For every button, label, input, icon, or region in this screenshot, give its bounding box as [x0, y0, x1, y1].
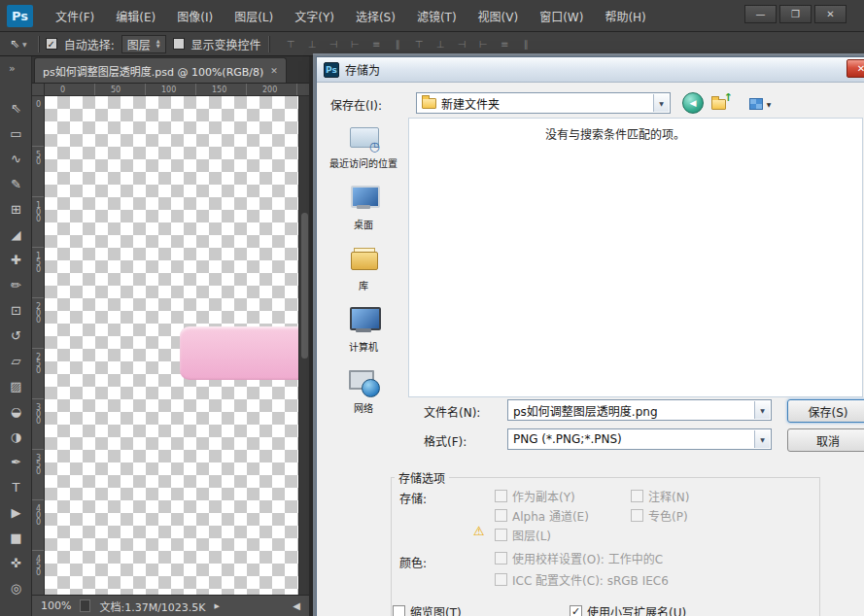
- save-options-legend: 存储选项: [395, 469, 449, 486]
- format-dropdown[interactable]: PNG (*.PNG;*.PNS) ▼: [507, 428, 772, 450]
- dropdown-arrow-icon[interactable]: ▼: [653, 94, 669, 112]
- back-button[interactable]: ◀: [682, 92, 704, 114]
- auto-select-checkbox[interactable]: [46, 38, 57, 50]
- gradient-tool[interactable]: ▨: [4, 373, 29, 398]
- align-button-9[interactable]: ⊣: [453, 35, 471, 52]
- align-button-11[interactable]: ≡: [496, 35, 514, 52]
- alpha-channels-checkbox[interactable]: [495, 509, 507, 522]
- place-network[interactable]: 网络: [325, 366, 402, 415]
- thumbnail-checkbox[interactable]: [393, 605, 405, 616]
- move-tool[interactable]: ⇖: [4, 95, 29, 120]
- dropdown-arrow-icon[interactable]: ▼: [754, 430, 770, 448]
- align-button-2[interactable]: ⊥: [303, 35, 322, 52]
- views-menu-button[interactable]: ▼: [743, 94, 778, 114]
- align-button-6[interactable]: ∥: [389, 35, 407, 52]
- save-options-group: 存储选项 存储: 作为副本(Y) 注释(N) Alpha 通道(E) 专色(P)…: [391, 477, 820, 616]
- menu-help[interactable]: 帮助(H): [594, 0, 656, 31]
- document-tab[interactable]: ps如何调整图层透明度.psd @ 100%(RGB/8) ✕: [34, 57, 287, 83]
- dialog-close-button[interactable]: ✕: [847, 59, 864, 78]
- menu-view[interactable]: 视图(V): [467, 0, 530, 31]
- ruler-label: 50: [34, 151, 43, 164]
- window-controls: — ❐ ✕: [744, 5, 847, 23]
- layers-label: 图层(L): [512, 527, 551, 543]
- close-button[interactable]: ✕: [814, 5, 847, 23]
- type-tool[interactable]: T: [4, 474, 29, 499]
- auto-select-target-dropdown[interactable]: 图层 ▲▼: [121, 35, 166, 53]
- status-options-arrow-icon[interactable]: ▶: [215, 602, 220, 610]
- ruler-label: 400: [34, 504, 43, 525]
- place-desktop[interactable]: 桌面: [325, 183, 402, 231]
- save-button[interactable]: 保存(S): [787, 399, 864, 423]
- menu-window[interactable]: 窗口(W): [529, 0, 594, 31]
- hand-tool[interactable]: ✜: [4, 550, 29, 575]
- use-proof-label: 使用校样设置(O): 工作中的C: [512, 550, 663, 566]
- align-button-7[interactable]: ⊤: [410, 35, 429, 52]
- align-button-8[interactable]: ⊥: [432, 35, 450, 52]
- menu-file[interactable]: 文件(F): [45, 0, 105, 31]
- menu-edit[interactable]: 编辑(E): [105, 0, 166, 31]
- align-button-10[interactable]: ⊢: [474, 35, 493, 52]
- place-recent-places[interactable]: 最近访问的位置: [325, 121, 402, 170]
- libraries-icon: [347, 244, 380, 273]
- annotations-checkbox[interactable]: [631, 490, 643, 502]
- document-status-bar: 100% 文档:1.37M/1023.5K ▶ ◀: [32, 595, 309, 616]
- save-in-dropdown[interactable]: 新建文件夹 ▼: [416, 92, 671, 114]
- tab-close-icon[interactable]: ✕: [270, 66, 278, 76]
- menu-select[interactable]: 选择(S): [345, 0, 406, 31]
- dropdown-arrow-icon[interactable]: ▼: [754, 401, 770, 419]
- place-computer[interactable]: 计算机: [325, 305, 402, 354]
- rectangular-marquee-tool[interactable]: ▭: [4, 120, 29, 146]
- history-brush-tool[interactable]: ↺: [4, 323, 29, 348]
- pen-tool[interactable]: ✒: [4, 449, 29, 474]
- layers-checkbox[interactable]: [495, 529, 507, 541]
- icc-profile-option: ICC 配置文件(C): sRGB IEC6: [495, 571, 669, 588]
- up-one-level-button[interactable]: ↑: [709, 94, 733, 114]
- scroll-left-arrow-icon[interactable]: ◀: [293, 600, 300, 611]
- menu-layer[interactable]: 图层(L): [224, 0, 284, 31]
- eyedropper-tool[interactable]: ◢: [4, 222, 29, 247]
- menu-type[interactable]: 文字(Y): [284, 0, 345, 31]
- as-copy-checkbox[interactable]: [495, 490, 507, 502]
- crop-tool[interactable]: ⊞: [4, 196, 29, 222]
- blur-tool[interactable]: ◒: [4, 398, 29, 424]
- use-proof-checkbox[interactable]: [495, 552, 507, 565]
- options-bar: ⇖ ▼ 自动选择: 图层 ▲▼ 显示变换控件 ⊤⊥⊣⊢≡∥⊤⊥⊣⊢≡∥: [0, 32, 864, 56]
- tool-preset-dropdown[interactable]: ⇖ ▼: [6, 35, 31, 52]
- quick-selection-tool[interactable]: ✎: [4, 171, 29, 196]
- filename-input[interactable]: ps如何调整图层透明度.png ▼: [507, 399, 772, 421]
- pink-layer: [180, 326, 309, 380]
- icc-profile-checkbox[interactable]: [495, 573, 507, 586]
- brush-tool[interactable]: ✏: [4, 272, 29, 297]
- align-button-12[interactable]: ∥: [517, 35, 536, 52]
- file-list[interactable]: 没有与搜索条件匹配的项。: [408, 118, 863, 397]
- zoom-level[interactable]: 100%: [41, 599, 71, 612]
- canvas-vertical-scrollbar[interactable]: [298, 96, 309, 595]
- restore-button[interactable]: ❐: [779, 5, 812, 23]
- align-button-1[interactable]: ⊤: [282, 35, 300, 52]
- align-button-5[interactable]: ≡: [367, 35, 386, 52]
- align-button-4[interactable]: ⊢: [346, 35, 364, 52]
- cancel-button[interactable]: 取消: [787, 428, 864, 452]
- eraser-tool[interactable]: ▱: [4, 348, 29, 373]
- zoom-tool[interactable]: ◎: [4, 575, 29, 600]
- clone-stamp-tool[interactable]: ⊡: [4, 297, 29, 323]
- shape-tool[interactable]: ■: [4, 525, 29, 550]
- place-libraries[interactable]: 库: [325, 244, 402, 292]
- align-button-3[interactable]: ⊣: [325, 35, 343, 52]
- menu-image[interactable]: 图像(I): [166, 0, 224, 31]
- canvas[interactable]: [45, 96, 309, 595]
- spot-colors-checkbox[interactable]: [631, 509, 643, 522]
- collapse-panel-chevron-icon[interactable]: »: [9, 62, 16, 75]
- lasso-tool[interactable]: ∿: [4, 146, 29, 171]
- lowercase-ext-checkbox[interactable]: [570, 605, 582, 616]
- show-transform-checkbox[interactable]: [173, 38, 185, 50]
- path-selection-tool[interactable]: ▶: [4, 499, 29, 525]
- save-row-label: 存储:: [399, 490, 427, 506]
- scrollbar-thumb[interactable]: [301, 213, 308, 359]
- auto-select-target-value: 图层: [127, 36, 151, 52]
- healing-brush-tool[interactable]: ✚: [4, 247, 29, 272]
- minimize-button[interactable]: —: [744, 5, 777, 23]
- dialog-titlebar[interactable]: Ps 存储为: [317, 57, 864, 83]
- menu-filter[interactable]: 滤镜(T): [406, 0, 467, 31]
- dodge-tool[interactable]: ◑: [4, 424, 29, 449]
